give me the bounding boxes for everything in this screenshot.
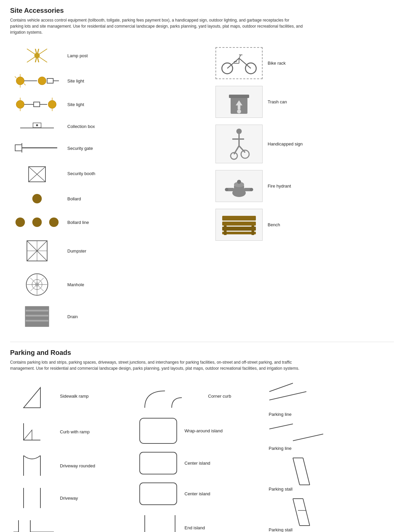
list-item: Collection box (10, 116, 202, 136)
bike-rack-label: Bike rack (268, 61, 285, 66)
site-accessories-grid: Lamp post (10, 42, 394, 332)
svg-point-35 (49, 218, 59, 227)
svg-rect-103 (140, 418, 177, 443)
dumpster-label: Dumpster (67, 248, 86, 254)
list-item: Trash can (215, 82, 394, 121)
site-accessories-description: Contains vehicle access control equipmen… (10, 17, 303, 35)
svg-marker-90 (24, 430, 32, 440)
list-item: Intersection (10, 514, 138, 532)
parking-roads-title: Parking and Roads (10, 349, 394, 357)
manhole-icon (10, 271, 64, 298)
svg-rect-52 (25, 322, 49, 327)
site-light-1-icon (10, 72, 64, 89)
svg-rect-82 (222, 222, 256, 226)
list-item: Drain (10, 301, 202, 332)
parking-roads-description: Contains parking lots and strips, parkin… (10, 359, 303, 371)
manhole-label: Manhole (67, 282, 84, 287)
svg-point-7 (38, 77, 46, 85)
list-item: Bench (215, 205, 394, 244)
svg-point-5 (16, 77, 24, 85)
list-item: Security booth (10, 160, 202, 187)
svg-line-109 (293, 434, 323, 441)
list-item: Site light (10, 69, 202, 93)
site-accessories-title: Site Accessories (10, 7, 394, 14)
sidewalk-ramp-label: Sidewalk ramp (60, 394, 89, 399)
lamp-post-icon (10, 45, 64, 66)
list-item: Bollard (10, 187, 202, 210)
list-item: Site light (10, 93, 202, 116)
sidewalk-ramp-icon (10, 381, 57, 411)
list-item: Parking stall (266, 494, 394, 532)
corner-curb-top-icon-area: Corner curb (138, 381, 266, 411)
svg-rect-8 (47, 78, 53, 83)
svg-point-81 (237, 180, 241, 184)
svg-rect-86 (224, 226, 227, 235)
center-island-2-label: Center island (184, 491, 210, 496)
site-light-2-label: Site light (67, 102, 84, 107)
svg-line-115 (303, 499, 310, 526)
list-item: Bike rack (215, 42, 394, 82)
drain-label: Drain (67, 314, 78, 319)
list-item: Driveway rounded (10, 450, 138, 482)
list-item: Bollard line (10, 210, 202, 234)
svg-point-67 (236, 129, 242, 134)
parking-line-1-icon: Parking line (266, 381, 394, 417)
list-item: Curb with ramp (10, 414, 138, 450)
svg-line-12 (15, 76, 16, 78)
svg-line-111 (303, 458, 310, 485)
svg-line-106 (269, 383, 293, 392)
collection-box-label: Collection box (67, 124, 95, 129)
svg-rect-26 (15, 145, 22, 151)
svg-line-13 (24, 84, 26, 85)
driveway-label: Driveway (60, 496, 78, 501)
svg-point-73 (241, 150, 249, 158)
svg-rect-50 (25, 311, 49, 315)
bollard-line-icon (10, 214, 64, 231)
drain-icon (10, 305, 64, 328)
curb-with-ramp-label: Curb with ramp (60, 429, 90, 434)
list-item: Fire hydrant (215, 167, 394, 205)
list-item: Manhole (10, 268, 202, 301)
svg-point-32 (32, 194, 42, 203)
security-gate-icon (10, 140, 64, 157)
security-booth-label: Security booth (67, 171, 95, 176)
site-accessories-section: Site Accessories Contains vehicle access… (10, 7, 394, 332)
svg-line-108 (269, 424, 293, 429)
handicapped-sign-label: Handicapped sign (268, 141, 303, 146)
svg-point-66 (237, 109, 241, 113)
parking-col2: Corner curb Wrap-around island (138, 378, 266, 532)
svg-point-79 (225, 188, 228, 191)
bike-rack-icon (215, 47, 263, 79)
site-light-2-icon (10, 96, 64, 113)
list-item: Sidewalk ramp (10, 378, 138, 414)
security-gate-label: Security gate (67, 146, 93, 151)
list-item: Driveway (10, 482, 138, 514)
svg-point-14 (16, 100, 24, 108)
center-island-1-icon: Center island (138, 451, 210, 476)
parking-roads-section: Parking and Roads Contains parking lots … (10, 349, 394, 532)
parking-stall-1-icon: Parking stall (266, 456, 394, 492)
driveway-icon (10, 485, 57, 511)
bollard-icon (10, 190, 64, 207)
svg-rect-51 (25, 317, 49, 320)
driveway-rounded-label: Driveway rounded (60, 463, 95, 468)
list-item: Parking line (266, 420, 394, 454)
svg-rect-87 (251, 226, 254, 235)
list-item: Wrap-around island (138, 414, 266, 448)
bench-label: Bench (268, 222, 280, 227)
dumpster-icon (10, 237, 64, 264)
parking-col3: Parking line Parking line (266, 378, 394, 532)
svg-rect-49 (25, 306, 49, 310)
collection-box-icon (10, 120, 64, 133)
svg-marker-88 (24, 388, 40, 408)
section-divider (10, 342, 394, 342)
svg-line-110 (293, 458, 300, 485)
trash-can-label: Trash can (268, 99, 287, 104)
svg-rect-85 (222, 216, 256, 221)
svg-rect-16 (34, 102, 40, 107)
end-island-1-icon: End island (138, 512, 205, 532)
svg-point-4 (34, 53, 40, 58)
parking-line-2-label: Parking line (269, 446, 292, 451)
bollard-label: Bollard (67, 196, 81, 201)
svg-point-18 (48, 100, 56, 108)
